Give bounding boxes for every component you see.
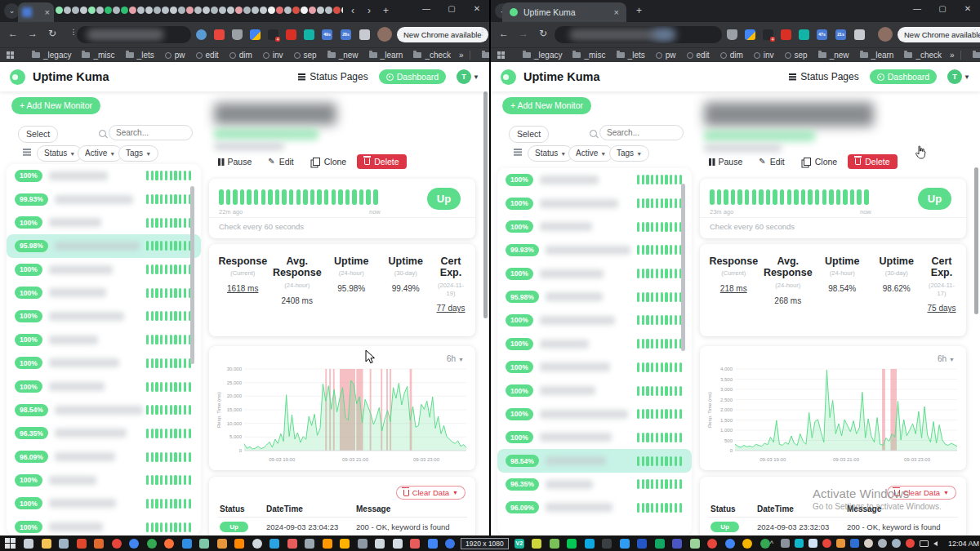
browser-menu-kebab-icon[interactable]: ⋮: [479, 28, 487, 37]
tags-filter-dropdown[interactable]: Tags▼: [118, 145, 158, 162]
pinned-tab-favicon[interactable]: [129, 7, 136, 14]
add-new-monitor-button[interactable]: + Add New Monitor: [502, 97, 591, 114]
taskbar-icon-green-b-app[interactable]: [655, 539, 665, 549]
stat-value[interactable]: 218 ms: [708, 283, 760, 294]
bookmark-folder[interactable]: _misc: [82, 51, 114, 60]
bookmark-folder[interactable]: _new: [327, 51, 359, 60]
stat-value[interactable]: 1618 ms: [217, 283, 269, 294]
list-view-icon[interactable]: [514, 149, 522, 150]
ext-drive-icon[interactable]: [250, 29, 261, 40]
list-scrollbar[interactable]: [190, 186, 194, 364]
all-bookmarks-folder[interactable]: All Bookmarks: [482, 51, 489, 60]
bookmark-site[interactable]: sep: [294, 51, 317, 60]
bookmark-site[interactable]: edit: [687, 51, 710, 60]
monitor-list-item[interactable]: 100%: [497, 192, 692, 216]
pinned-tab-favicon[interactable]: [268, 7, 275, 14]
ext-timer-1-icon[interactable]: 49s: [322, 29, 332, 40]
bookmark-folder[interactable]: _new: [818, 51, 849, 60]
bookmark-site[interactable]: pw: [165, 51, 185, 60]
pinned-tab-favicon[interactable]: [56, 7, 63, 14]
taskbar-icon-chrome-blue[interactable]: [129, 539, 139, 549]
bookmark-site[interactable]: edit: [196, 51, 219, 60]
monitor-list-item[interactable]: 100%: [7, 258, 201, 282]
taskbar-icon-obs[interactable]: [781, 539, 790, 548]
bookmark-folder[interactable]: _misc: [572, 51, 605, 60]
extensions-puzzle-icon[interactable]: [854, 29, 865, 40]
monitor-list-item[interactable]: 99.93%: [7, 188, 201, 211]
taskbar-icon-chrome-3[interactable]: [742, 539, 752, 549]
pinned-tab-favicon[interactable]: [211, 7, 218, 14]
ext-adblock-icon[interactable]: [214, 29, 225, 40]
monitor-list-item[interactable]: 100%: [497, 356, 692, 380]
user-menu[interactable]: T▼: [457, 69, 479, 84]
bookmark-site[interactable]: dim: [229, 51, 252, 60]
forward-button[interactable]: →: [517, 28, 530, 39]
taskbar-icon-shield-orange[interactable]: [94, 539, 104, 549]
back-button[interactable]: ←: [497, 28, 510, 39]
active-filter-dropdown[interactable]: Active▼: [78, 145, 122, 162]
taskbar-icon-teams[interactable]: [672, 539, 682, 549]
taskbar-icon-globe-3d[interactable]: [252, 539, 262, 549]
monitor-list-item[interactable]: 96.35%: [7, 422, 201, 446]
taskbar-icon-firefox[interactable]: [164, 539, 174, 549]
tab-close-icon[interactable]: ×: [614, 8, 619, 16]
taskbar-icon-task-view[interactable]: [24, 539, 33, 549]
taskbar-icon-pixel-app[interactable]: [690, 539, 700, 549]
pinned-tab-favicon[interactable]: [309, 7, 316, 14]
taskbar-icon-search-app[interactable]: [217, 539, 227, 549]
monitor-list-item[interactable]: 99.93%: [497, 238, 692, 262]
pinned-tab-favicon[interactable]: [252, 7, 259, 14]
all-bookmarks-folder[interactable]: All Bookmarks: [973, 51, 980, 60]
bookmark-site[interactable]: dim: [720, 51, 743, 60]
maximize-button[interactable]: ▢: [445, 4, 458, 13]
pinned-tab-favicon[interactable]: [64, 7, 71, 14]
taskbar-icon-usb-eject[interactable]: [850, 539, 859, 548]
page-scrollbar[interactable]: [483, 91, 488, 318]
taskbar-clock[interactable]: 12:04 AM: [948, 540, 979, 548]
monitor-list-item[interactable]: 100%: [497, 332, 692, 356]
new-chrome-available-button[interactable]: New Chrome available: [397, 27, 488, 42]
profile-avatar[interactable]: [377, 27, 392, 42]
taskbar-icon-sketchup[interactable]: [532, 539, 541, 549]
display-tray-icon[interactable]: [920, 540, 929, 547]
ext-screenshot-icon[interactable]: 4: [268, 29, 278, 40]
tab-close-icon[interactable]: ×: [45, 8, 50, 16]
monitor-list-item[interactable]: 98.54%: [7, 398, 201, 422]
pinned-tab-favicon[interactable]: [301, 7, 308, 14]
address-bar[interactable]: [77, 26, 191, 43]
pinned-tab-favicon[interactable]: [292, 7, 300, 14]
dashboard-button[interactable]: Dashboard: [379, 69, 446, 84]
pinned-tab-favicon[interactable]: [260, 7, 267, 14]
taskbar-icon-steam[interactable]: [305, 539, 314, 549]
monitor-list-item[interactable]: 100%: [497, 426, 692, 450]
pinned-tab-favicon[interactable]: [137, 7, 145, 14]
maximize-button[interactable]: ▢: [936, 4, 949, 13]
pinned-tab-favicon[interactable]: [154, 7, 161, 14]
minimize-button[interactable]: —: [420, 4, 433, 13]
taskbar-icon-search-tray[interactable]: [836, 539, 845, 548]
monitor-list-item[interactable]: 96.09%: [497, 496, 692, 520]
pinned-tab-favicon[interactable]: [235, 7, 243, 14]
reload-button[interactable]: ↻: [537, 28, 550, 39]
tray-expand-chevron[interactable]: ^: [770, 540, 773, 548]
taskbar-icon-blue-app[interactable]: [428, 539, 438, 549]
monitor-list-item[interactable]: 100%: [497, 309, 692, 332]
reload-button[interactable]: ↻: [46, 28, 59, 39]
taskbar-icon-chrome-2[interactable]: [725, 539, 735, 549]
pinned-tab-favicon[interactable]: [105, 7, 112, 14]
bookmark-folder[interactable]: _lets: [617, 51, 645, 60]
ext-clipboard-icon[interactable]: [799, 29, 809, 40]
ext-timer-2-icon[interactable]: 28s: [341, 29, 351, 40]
taskbar-icon-vlc[interactable]: [234, 539, 244, 549]
taskbar-icon-rows-app[interactable]: [375, 539, 385, 549]
ext-timer-2-icon[interactable]: 21s: [835, 29, 846, 40]
ext-drive-icon[interactable]: [745, 29, 755, 40]
dashboard-button[interactable]: Dashboard: [870, 69, 937, 84]
tags-filter-dropdown[interactable]: Tags▼: [609, 145, 649, 162]
pinned-tab-favicon[interactable]: [219, 7, 226, 14]
monitor-list-item[interactable]: 100%: [7, 164, 201, 188]
taskbar-icon-circle-tray[interactable]: [878, 539, 887, 548]
taskbar-icon-onedrive[interactable]: [808, 539, 817, 548]
browser-menu-kebab-icon[interactable]: ⋮: [971, 28, 979, 37]
monitor-list-item[interactable]: 100%: [7, 375, 201, 398]
